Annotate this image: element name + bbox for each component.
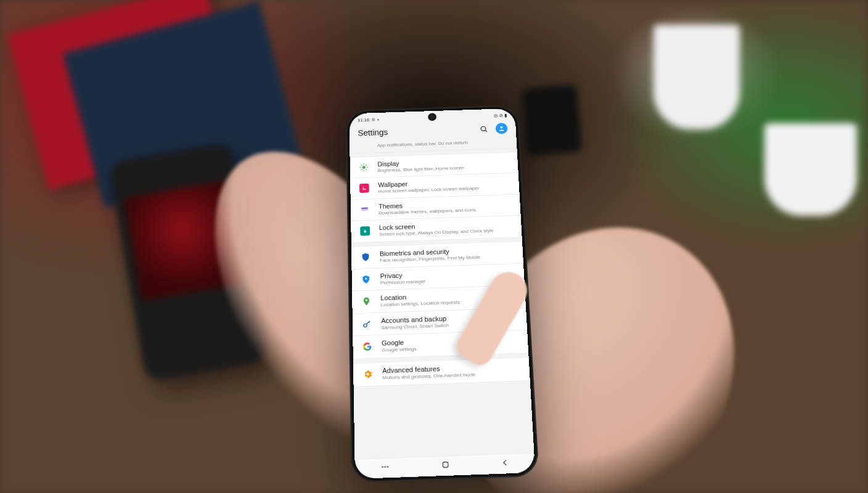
svg-point-12 (362, 187, 364, 188)
svg-rect-13 (364, 231, 366, 233)
themes-icon (358, 205, 372, 214)
google-icon (361, 342, 375, 352)
status-indicators-left: ⛭ • (371, 117, 379, 122)
svg-line-11 (366, 165, 366, 165)
page-title: Settings (358, 128, 388, 137)
svg-point-0 (481, 126, 486, 131)
location-icon (359, 296, 373, 306)
recents-button[interactable] (380, 462, 391, 475)
settings-group-1: DisplayBrightness, Blue light filter, Ho… (350, 152, 522, 243)
lock-screen-icon (358, 226, 372, 236)
search-icon[interactable] (479, 124, 489, 134)
nav-bar (354, 453, 535, 479)
svg-point-16 (364, 324, 367, 327)
home-button[interactable] (441, 460, 450, 472)
settings-item-advanced-features[interactable]: Advanced featuresMotions and gestures, O… (353, 357, 530, 386)
wallpaper-icon (358, 184, 371, 193)
status-indicators-right: ◎ ⊘ ▮ (493, 113, 507, 118)
svg-line-1 (485, 130, 487, 132)
advanced-icon (361, 369, 375, 380)
svg-point-3 (362, 166, 366, 169)
status-time: 11:16 (358, 117, 369, 123)
accounts-icon (360, 319, 374, 329)
svg-point-2 (500, 126, 502, 129)
privacy-icon (359, 274, 373, 284)
account-avatar[interactable] (495, 123, 507, 134)
svg-line-8 (361, 165, 361, 165)
shield-icon (359, 252, 372, 262)
back-button[interactable] (500, 458, 509, 470)
svg-line-9 (366, 169, 366, 169)
brightness-icon (357, 163, 371, 172)
svg-rect-20 (443, 462, 448, 468)
settings-group-3: Advanced featuresMotions and gestures, O… (353, 357, 530, 386)
svg-line-10 (361, 169, 362, 169)
